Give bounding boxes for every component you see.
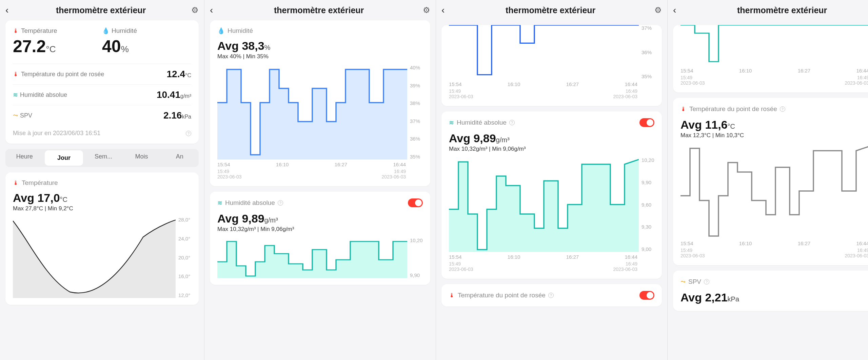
temp-chart-title: Température [22,179,58,187]
back-button[interactable]: ‹ [210,5,213,16]
back-button[interactable]: ‹ [5,5,8,16]
abs-chart-title: Humidité absolue [457,119,507,126]
dew-chart-title: Température du point de rosée [458,292,546,299]
hum-chart-avg: Avg 38,3% [217,39,423,52]
time-range-segmented[interactable]: Heure Jour Sem... Mois An [5,149,199,167]
abs-chart-avg: Avg 9,89g/m³ [449,132,654,145]
hum-chart [217,65,407,160]
info-icon[interactable]: ? [548,293,554,298]
info-icon[interactable]: ? [704,279,709,284]
temp-chart [13,217,176,298]
seg-week[interactable]: Sem... [84,149,122,167]
hum-value: 40% [102,37,191,56]
abs-chart-title: Humidité absolue [225,199,275,207]
abs-toggle[interactable] [408,198,423,207]
abs-humidity-icon: ≋ [449,119,454,126]
back-button[interactable]: ‹ [673,5,676,16]
abs-chart-fragment [217,237,407,278]
info-icon[interactable]: ? [509,120,515,125]
dewpoint-icon: 🌡 [680,106,687,113]
dew-chart-avg: Avg 11,6°C [680,118,868,131]
temp-header: 🌡Température [13,27,102,35]
abs-chart-fragment [680,25,868,66]
spv-chart-title: SPV [688,278,701,285]
seg-year[interactable]: An [161,149,199,167]
dew-chart [680,144,868,238]
hum-header: 💧Humidité [102,27,191,35]
gear-icon[interactable]: ⚙ [423,5,430,15]
hum-chart-minmax: Max 40% | Min 35% [217,53,423,60]
thermometer-icon: 🌡 [13,27,19,35]
seg-month[interactable]: Mois [122,149,160,167]
temp-chart-avg: Avg 17,0°C [13,191,191,205]
hum-chart-title: Humidité [228,27,253,35]
droplet-icon: 💧 [217,27,225,35]
dewpoint-icon: 🌡 [449,292,455,299]
dew-value: 12.4°C [167,69,191,80]
info-icon[interactable]: ? [780,106,785,112]
page-title: thermomètre extérieur [11,5,191,15]
updated-label: Mise à jour en 2023/06/03 16:51 [13,130,100,137]
abs-humidity-icon: ≋ [217,199,222,207]
abs-toggle[interactable] [639,118,654,127]
dew-chart-minmax: Max 12,3°C | Min 10,3°C [680,132,868,139]
abs-humidity-icon: ≋ [13,91,18,99]
spv-label: SPV [20,112,32,119]
temp-label: Température [21,27,57,35]
dew-chart-title: Température du point de rosée [689,105,777,113]
dewpoint-icon: 🌡 [13,71,19,78]
abs-chart-minmax: Max 10,32g/m³ | Min 9,06g/m³ [449,146,654,152]
hum-label: Humidité [112,27,137,35]
back-button[interactable]: ‹ [441,5,445,16]
abs-chart-avg: Avg 9,89g/m³ [217,212,423,225]
abs-label: Humidité absolue [20,91,67,99]
seg-hour[interactable]: Heure [5,149,43,167]
info-icon[interactable]: ? [278,200,283,206]
dew-label: Température du point de rosée [21,71,104,78]
spv-icon: ⤳ [13,112,18,119]
dew-toggle[interactable] [639,291,654,300]
temp-value: 27.2°C [13,37,102,56]
abs-chart-minmax: Max 10,32g/m³ | Min 9,06g/m³ [217,226,423,233]
temp-chart-minmax: Max 27,8°C | Min 9,2°C [13,205,191,212]
gear-icon[interactable]: ⚙ [191,5,199,15]
page-title: thermomètre extérieur [215,5,423,15]
spv-value: 2.16kPa [163,110,191,121]
page-title: thermomètre extérieur [678,5,868,15]
gear-icon[interactable]: ⚙ [654,5,662,15]
hum-chart-fragment [449,25,639,79]
spv-chart-avg: Avg 2,21kPa [680,291,868,304]
spv-icon: ⤳ [680,278,686,285]
page-title: thermomètre extérieur [447,5,654,15]
droplet-icon: 💧 [102,27,110,35]
abs-value: 10.41g/m³ [157,89,191,100]
abs-chart [449,157,639,252]
info-icon[interactable]: ? [186,131,191,136]
thermometer-icon: 🌡 [13,179,19,187]
seg-day[interactable]: Jour [45,150,83,166]
